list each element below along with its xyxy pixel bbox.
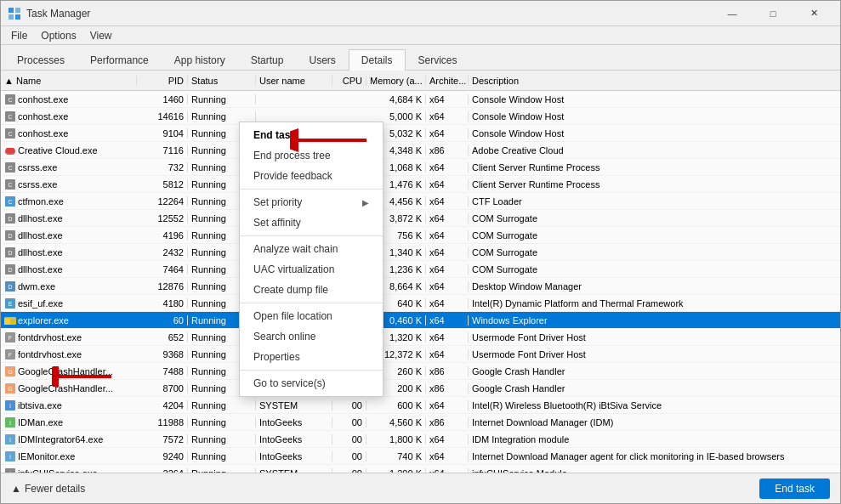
context-menu-item-go-to-service(s)[interactable]: Go to service(s) xyxy=(240,373,383,394)
context-menu-item-end-task[interactable]: End task xyxy=(240,125,383,145)
context-menu-item-provide-feedback[interactable]: Provide feedback xyxy=(240,166,383,186)
svg-rect-0 xyxy=(9,8,14,13)
menu-view[interactable]: View xyxy=(83,28,119,43)
context-menu-item-uac-virtualization[interactable]: UAC virtualization xyxy=(240,259,383,280)
table-row[interactable]: C conhost.exe 14616 Running 5,000 K x64 … xyxy=(1,108,840,125)
close-button[interactable]: ✕ xyxy=(794,2,833,25)
end-task-button[interactable]: End task xyxy=(759,479,830,499)
process-pid: 1460 xyxy=(137,94,188,105)
process-desc: COM Surrogate xyxy=(469,264,840,275)
tab-users[interactable]: Users xyxy=(296,49,348,71)
process-name: I IDMan.exe xyxy=(1,416,137,428)
table-row[interactable]: G GoogleCrashHandler... 8700 Running SYS… xyxy=(1,380,840,397)
table-row[interactable]: I IDMan.exe 11988 Running IntoGeeks 00 4… xyxy=(1,414,840,431)
process-memory: 1,200 K xyxy=(367,468,426,473)
svg-text:C: C xyxy=(8,131,12,137)
header-cpu[interactable]: CPU xyxy=(332,76,367,86)
context-menu-item-properties[interactable]: Properties xyxy=(240,347,383,367)
process-desc: Internet Download Manager (IDM) xyxy=(469,417,840,428)
header-memory[interactable]: Memory (a... xyxy=(367,76,426,86)
process-pid: 2264 xyxy=(137,468,188,473)
table-row[interactable]: D dllhost.exe 12552 Running 3,872 K x64 … xyxy=(1,210,840,227)
table-row[interactable]: D dllhost.exe 7464 Running 1,236 K x64 C… xyxy=(1,261,840,278)
svg-text:E: E xyxy=(9,301,13,307)
process-pid: 11988 xyxy=(137,417,188,428)
process-name: D dllhost.exe xyxy=(1,263,137,275)
table-row[interactable]: D dllhost.exe 4196 Running 756 K x64 COM… xyxy=(1,227,840,244)
svg-text:D: D xyxy=(8,250,12,256)
table-row[interactable]: explorer.exe 60 Running IntoGeeks 0,460 … xyxy=(1,312,840,329)
process-desc: Console Window Host xyxy=(469,94,840,105)
table-row[interactable]: C conhost.exe 1460 Running 4,684 K x64 C… xyxy=(1,91,840,108)
process-pid: 7464 xyxy=(137,264,188,275)
svg-text:I: I xyxy=(9,471,11,473)
table-row[interactable]: C csrss.exe 732 Running 1,068 K x64 Clie… xyxy=(1,159,840,176)
table-row[interactable]: C ctfmon.exe 12264 Running 4,456 K x64 C… xyxy=(1,193,840,210)
main-content: ▲ Name PID Status User name CPU Memory (… xyxy=(1,71,840,473)
process-arch: x64 xyxy=(426,264,469,275)
process-user: SYSTEM xyxy=(256,468,332,473)
process-icon: G xyxy=(4,382,16,394)
tab-app-history[interactable]: App history xyxy=(162,49,238,71)
header-status[interactable]: Status xyxy=(188,76,256,86)
process-pid: 12264 xyxy=(137,196,188,207)
fewer-details-button[interactable]: ▲ Fewer details xyxy=(11,483,85,495)
table-row[interactable]: I IDMIntegrator64.exe 7572 Running IntoG… xyxy=(1,431,840,448)
process-table[interactable]: C conhost.exe 1460 Running 4,684 K x64 C… xyxy=(1,91,840,473)
table-row[interactable]: I ibtsiva.exe 4204 Running SYSTEM 00 600… xyxy=(1,397,840,414)
minimize-button[interactable]: — xyxy=(713,2,752,25)
context-menu-item-analyze-wait-chain[interactable]: Analyze wait chain xyxy=(240,239,383,259)
table-row[interactable]: D dllhost.exe 2432 Running 1,340 K x64 C… xyxy=(1,244,840,261)
table-row[interactable]: G GoogleCrashHandler... 7488 Running SYS… xyxy=(1,363,840,380)
process-icon: D xyxy=(4,280,16,292)
process-desc: Google Crash Handler xyxy=(469,383,840,394)
context-menu-item-set-priority[interactable]: Set priority▶ xyxy=(240,192,383,212)
table-row[interactable]: Creative Cloud.exe 7116 Running 4,348 K … xyxy=(1,142,840,159)
tab-services[interactable]: Services xyxy=(406,49,470,71)
tab-startup[interactable]: Startup xyxy=(238,49,297,71)
table-row[interactable]: F fontdrvhost.exe 652 Running UMFD-0 00 … xyxy=(1,329,840,346)
tab-bar: Processes Performance App history Startu… xyxy=(1,45,840,71)
svg-rect-3 xyxy=(15,14,20,20)
process-memory: 740 K xyxy=(367,451,426,462)
svg-rect-32 xyxy=(4,319,10,325)
tab-performance[interactable]: Performance xyxy=(77,49,162,71)
header-user[interactable]: User name xyxy=(256,76,332,86)
svg-text:D: D xyxy=(8,267,12,273)
menu-file[interactable]: File xyxy=(4,28,34,43)
table-row[interactable]: C csrss.exe 5812 Running 1,476 K x64 Cli… xyxy=(1,176,840,193)
process-icon: C xyxy=(4,127,16,139)
process-name: G GoogleCrashHandler... xyxy=(1,382,137,394)
svg-text:I: I xyxy=(9,403,11,409)
process-status: Running xyxy=(188,111,256,122)
process-arch: x64 xyxy=(426,434,469,445)
table-row[interactable]: C conhost.exe 9104 Running 5,032 K x64 C… xyxy=(1,125,840,142)
header-desc[interactable]: Description xyxy=(469,76,840,86)
context-menu-item-open-file-location[interactable]: Open file location xyxy=(240,306,383,326)
table-row[interactable]: I IEMonitor.exe 9240 Running IntoGeeks 0… xyxy=(1,448,840,465)
context-menu-item-search-online[interactable]: Search online xyxy=(240,326,383,347)
process-desc: COM Surrogate xyxy=(469,247,840,258)
header-arch[interactable]: Archite... xyxy=(426,76,469,86)
context-menu-item-set-affinity[interactable]: Set affinity xyxy=(240,212,383,233)
table-row[interactable]: I infxCUIService.exe 2264 Running SYSTEM… xyxy=(1,465,840,473)
maximize-button[interactable]: □ xyxy=(753,2,793,25)
table-row[interactable]: F fontdrvhost.exe 9368 Running UMFD-4 00… xyxy=(1,346,840,363)
context-menu-item-end-process-tree[interactable]: End process tree xyxy=(240,145,383,166)
header-name[interactable]: ▲ Name xyxy=(1,76,137,86)
process-arch: x64 xyxy=(426,128,469,139)
tab-processes[interactable]: Processes xyxy=(4,49,77,71)
tab-details[interactable]: Details xyxy=(349,49,406,71)
context-menu-separator xyxy=(240,189,383,190)
table-row[interactable]: E esif_uf.exe 4180 Running 640 K x64 Int… xyxy=(1,295,840,312)
process-name: C conhost.exe xyxy=(1,93,137,105)
process-icon: C xyxy=(4,178,16,190)
process-arch: x64 xyxy=(426,468,469,473)
menu-options[interactable]: Options xyxy=(34,28,82,43)
header-pid[interactable]: PID xyxy=(137,76,188,86)
table-row[interactable]: D dwm.exe 12876 Running 8,664 K x64 Desk… xyxy=(1,278,840,295)
context-menu-item-create-dump-file[interactable]: Create dump file xyxy=(240,280,383,300)
svg-text:I: I xyxy=(9,437,11,443)
process-pid: 652 xyxy=(137,332,188,343)
process-cpu: 00 xyxy=(332,417,367,428)
